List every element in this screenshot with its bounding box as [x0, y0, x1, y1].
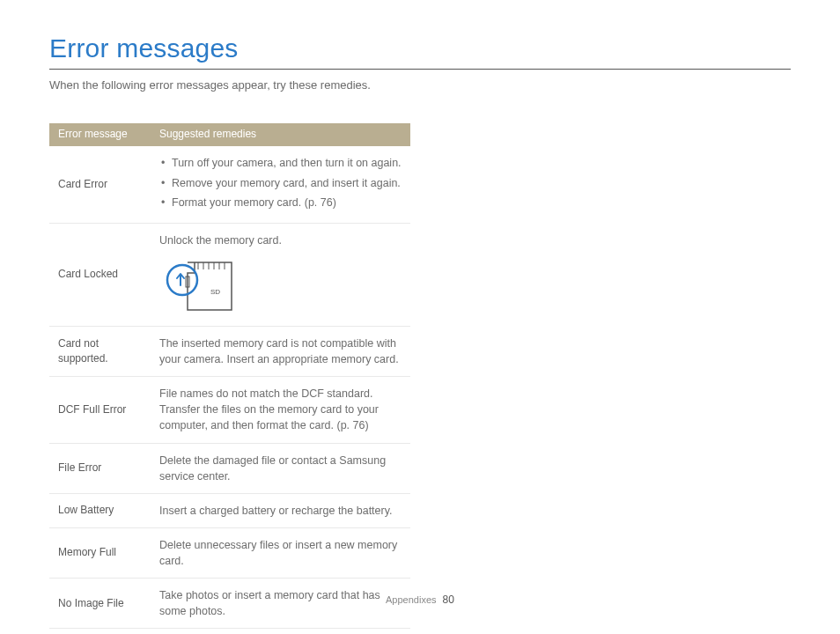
table-row: Low Battery Insert a charged battery or …: [49, 493, 410, 527]
error-remedy: File names do not match the DCF standard…: [151, 377, 410, 443]
error-label: Low Battery: [49, 493, 151, 527]
error-table: Error message Suggested remedies Card Er…: [49, 123, 410, 629]
remedy-item: Turn off your camera, and then turn it o…: [159, 155, 402, 171]
error-label: Card Locked: [49, 223, 151, 326]
table-header-remedy: Suggested remedies: [151, 123, 410, 146]
error-label: DCF Full Error: [49, 377, 151, 443]
table-row: Card not supported. The inserted memory …: [49, 326, 410, 376]
table-row: Card Locked Unlock the memory card.: [49, 223, 410, 326]
error-remedy: Unlock the memory card.: [151, 223, 410, 326]
svg-point-7: [167, 265, 197, 295]
error-remedy: Insert a charged battery or recharge the…: [151, 493, 410, 527]
sd-label: SD: [210, 288, 220, 296]
error-remedy: Turn off your camera, and then turn it o…: [151, 146, 410, 223]
error-label: Card not supported.: [49, 326, 151, 376]
table-row: DCF Full Error File names do not match t…: [49, 377, 410, 443]
title-rule: [49, 69, 791, 70]
error-label: Card Error: [49, 146, 151, 223]
error-remedy: Delete unnecessary files or insert a new…: [151, 527, 410, 578]
footer-section: Appendixes: [386, 594, 437, 605]
error-remedy: The inserted memory card is not compatib…: [151, 326, 410, 376]
error-label: Memory Full: [49, 527, 151, 578]
remedy-item: Format your memory card. (p. 76): [159, 195, 402, 210]
error-label: File Error: [49, 443, 151, 493]
table-row: Memory Full Delete unnecessary files or …: [49, 527, 410, 578]
page-title: Error messages: [49, 33, 791, 63]
error-remedy: Delete the damaged file or contact a Sam…: [151, 443, 410, 493]
intro-text: When the following error messages appear…: [49, 78, 791, 92]
footer-page-number: 80: [443, 593, 454, 606]
table-header-error: Error message: [49, 123, 151, 146]
table-row: Card Error Turn off your camera, and the…: [49, 146, 410, 223]
sd-card-icon: SD: [159, 255, 247, 317]
page-footer: Appendixes 80: [0, 593, 840, 606]
remedy-text: Unlock the memory card.: [159, 232, 402, 248]
table-row: File Error Delete the damaged file or co…: [49, 443, 410, 493]
remedy-item: Remove your memory card, and insert it a…: [159, 175, 402, 191]
